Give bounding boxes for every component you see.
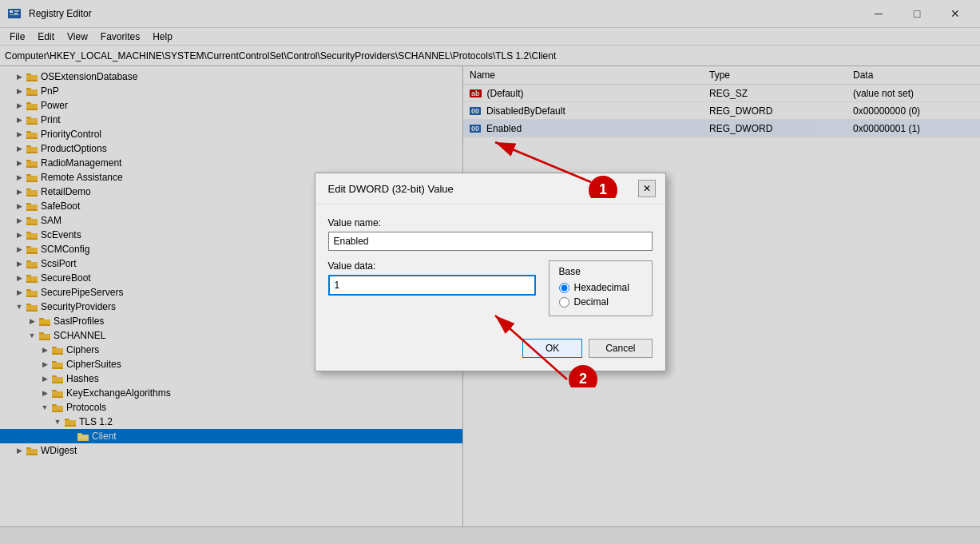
decimal-radio[interactable] — [559, 297, 569, 308]
value-data-label: Value data: — [328, 260, 536, 272]
hexadecimal-radio[interactable] — [559, 283, 569, 293]
value-name-label: Value name: — [328, 217, 653, 228]
dialog-body: Value name: Value data: Base Hexadecimal… — [315, 204, 665, 339]
ok-button[interactable]: OK — [522, 339, 582, 358]
dialog-data-row: Value data: Base Hexadecimal Decimal — [328, 260, 653, 316]
svg-text:2: 2 — [579, 371, 587, 387]
edit-dword-dialog: Edit DWORD (32-bit) Value ✕ Value name: … — [315, 173, 666, 371]
dialog-overlay: 1 Edit DWORD (32-bit) Value ✕ Value name… — [0, 0, 980, 544]
value-data-input[interactable] — [328, 275, 536, 296]
base-label: Base — [559, 266, 642, 277]
dialog-buttons: OK Cancel — [315, 339, 665, 371]
dialog-title: Edit DWORD (32-bit) Value — [328, 183, 454, 195]
base-group: Base Hexadecimal Decimal — [549, 260, 653, 316]
value-data-wrap: Value data: — [328, 260, 536, 296]
hexadecimal-radio-label[interactable]: Hexadecimal — [559, 282, 642, 293]
cancel-button[interactable]: Cancel — [589, 339, 652, 358]
decimal-radio-label[interactable]: Decimal — [559, 296, 642, 308]
dialog-title-bar: Edit DWORD (32-bit) Value ✕ — [315, 173, 665, 204]
value-name-input[interactable] — [328, 232, 653, 251]
dialog-close-button[interactable]: ✕ — [638, 180, 656, 197]
